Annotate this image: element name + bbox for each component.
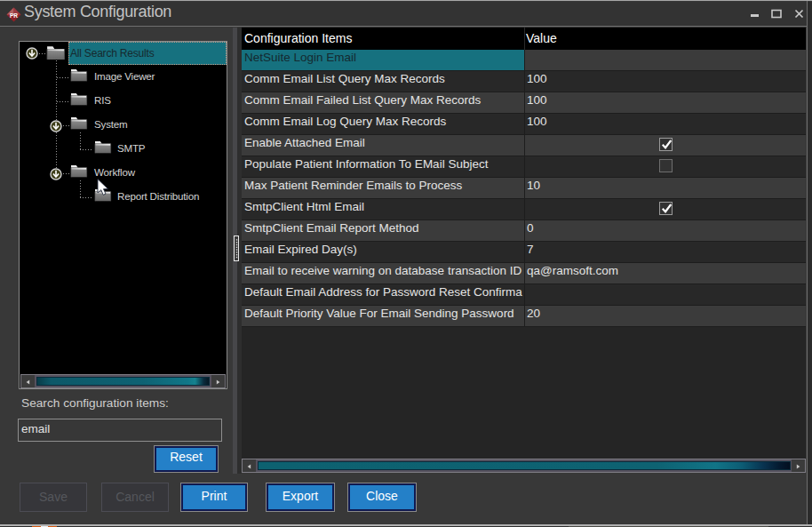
svg-text:PR: PR [10, 12, 18, 19]
